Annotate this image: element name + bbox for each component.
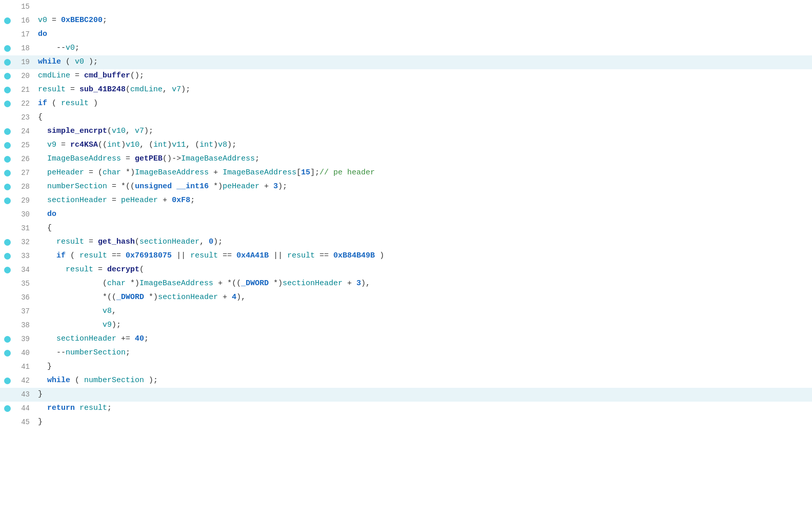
breakpoint-dot (4, 405, 11, 412)
line-code: return result; (36, 402, 812, 415)
line-number: 31 (14, 223, 36, 234)
breakpoint-dot-area[interactable] (0, 253, 14, 260)
breakpoint-dot-area[interactable] (0, 184, 14, 190)
code-line: 33 if ( result == 0x76918075 || result =… (0, 249, 812, 263)
breakpoint-dot (4, 267, 11, 273)
code-line: 29 sectionHeader = peHeader + 0xF8; (0, 194, 812, 208)
code-line: 42 while ( numberSection ); (0, 374, 812, 388)
line-code: --v0; (36, 42, 812, 55)
breakpoint-dot-area[interactable] (0, 170, 14, 176)
line-number: 33 (14, 250, 36, 262)
code-line: 18 --v0; (0, 42, 812, 55)
breakpoint-dot-area[interactable] (0, 197, 14, 204)
breakpoint-dot (4, 17, 11, 24)
line-code: result = sub_41B248(cmdLine, v7); (36, 84, 812, 96)
code-line: 31 { (0, 222, 812, 235)
breakpoint-dot-area[interactable] (0, 350, 14, 356)
line-code: *((_DWORD *)sectionHeader + 4), (36, 291, 812, 304)
breakpoint-dot-area[interactable] (0, 405, 14, 412)
breakpoint-dot (4, 59, 11, 66)
code-line: 22if ( result ) (0, 97, 812, 111)
line-number: 35 (14, 278, 36, 290)
breakpoint-dot-area[interactable] (0, 128, 14, 135)
breakpoint-dot (4, 184, 11, 190)
breakpoint-dot-area[interactable] (0, 239, 14, 246)
breakpoint-dot (4, 253, 11, 260)
line-number: 42 (14, 375, 36, 387)
line-code: numberSection = *((unsigned __int16 *)pe… (36, 181, 812, 193)
line-number: 30 (14, 209, 36, 221)
line-code: v9); (36, 319, 812, 332)
breakpoint-dot (4, 128, 11, 135)
line-number: 34 (14, 264, 36, 276)
breakpoint-dot (4, 197, 11, 204)
line-number: 20 (14, 70, 36, 82)
breakpoint-dot-area[interactable] (0, 267, 14, 273)
line-code: { (36, 222, 812, 235)
line-number: 32 (14, 236, 36, 248)
line-code: result = get_hash(sectionHeader, 0); (36, 236, 812, 249)
code-line: 28 numberSection = *((unsigned __int16 *… (0, 180, 812, 194)
breakpoint-dot-area[interactable] (0, 336, 14, 343)
line-code: sectionHeader = peHeader + 0xF8; (36, 194, 812, 207)
breakpoint-dot (4, 73, 11, 80)
line-number: 37 (14, 306, 36, 318)
line-code: } (36, 361, 812, 373)
code-line: 35 (char *)ImageBaseAddress + *((_DWORD … (0, 277, 812, 291)
code-line: 23{ (0, 111, 812, 125)
breakpoint-dot-area[interactable] (0, 156, 14, 163)
line-code: (char *)ImageBaseAddress + *((_DWORD *)s… (36, 278, 812, 290)
line-number: 36 (14, 292, 36, 304)
code-line: 25 v9 = rc4KSA((int)v10, (int)v11, (int)… (0, 138, 812, 152)
line-code: peHeader = (char *)ImageBaseAddress + Im… (36, 167, 812, 180)
line-number: 38 (14, 320, 36, 331)
code-line: 43} (0, 388, 812, 402)
code-line: 21result = sub_41B248(cmdLine, v7); (0, 83, 812, 97)
breakpoint-dot-area[interactable] (0, 17, 14, 24)
code-line: 30 do (0, 208, 812, 222)
breakpoint-dot-area[interactable] (0, 101, 14, 107)
line-number: 40 (14, 347, 36, 359)
line-code: while ( v0 ); (36, 56, 812, 69)
line-number: 18 (14, 43, 36, 54)
line-code: ImageBaseAddress = getPEB()->ImageBaseAd… (36, 153, 812, 166)
line-number: 43 (14, 389, 36, 401)
breakpoint-dot (4, 239, 11, 246)
breakpoint-dot-area[interactable] (0, 87, 14, 93)
breakpoint-dot (4, 101, 11, 107)
breakpoint-dot-area[interactable] (0, 142, 14, 149)
breakpoint-dot (4, 378, 11, 384)
line-number: 44 (14, 403, 36, 414)
line-number: 45 (14, 417, 36, 428)
code-line: 44 return result; (0, 402, 812, 415)
breakpoint-dot (4, 156, 11, 163)
code-line: 37 v8, (0, 305, 812, 319)
breakpoint-dot (4, 170, 11, 176)
code-editor: 15 16v0 = 0xBEBC200;17do18 --v0;19while … (0, 0, 812, 515)
code-line: 34 result = decrypt( (0, 263, 812, 277)
breakpoint-dot-area[interactable] (0, 73, 14, 80)
code-line: 40 --numberSection; (0, 346, 812, 360)
line-code: } (36, 388, 812, 401)
line-number: 25 (14, 140, 36, 151)
line-code: --numberSection; (36, 347, 812, 360)
line-code: } (36, 416, 812, 429)
line-number: 19 (14, 56, 36, 68)
code-line: 19while ( v0 ); (0, 55, 812, 69)
line-number: 39 (14, 333, 36, 345)
breakpoint-dot-area[interactable] (0, 378, 14, 384)
breakpoint-dot-area[interactable] (0, 45, 14, 52)
line-number: 17 (14, 29, 36, 41)
line-code: do (36, 208, 812, 221)
code-line: 38 v9); (0, 319, 812, 332)
code-line: 27 peHeader = (char *)ImageBaseAddress +… (0, 166, 812, 180)
line-number: 28 (14, 181, 36, 193)
line-number: 29 (14, 195, 36, 207)
breakpoint-dot (4, 142, 11, 149)
code-line: 20cmdLine = cmd_buffer(); (0, 69, 812, 83)
breakpoint-dot-area[interactable] (0, 59, 14, 66)
breakpoint-dot (4, 87, 11, 93)
line-code: v8, (36, 305, 812, 318)
code-line: 26 ImageBaseAddress = getPEB()->ImageBas… (0, 152, 812, 166)
line-number: 21 (14, 84, 36, 96)
